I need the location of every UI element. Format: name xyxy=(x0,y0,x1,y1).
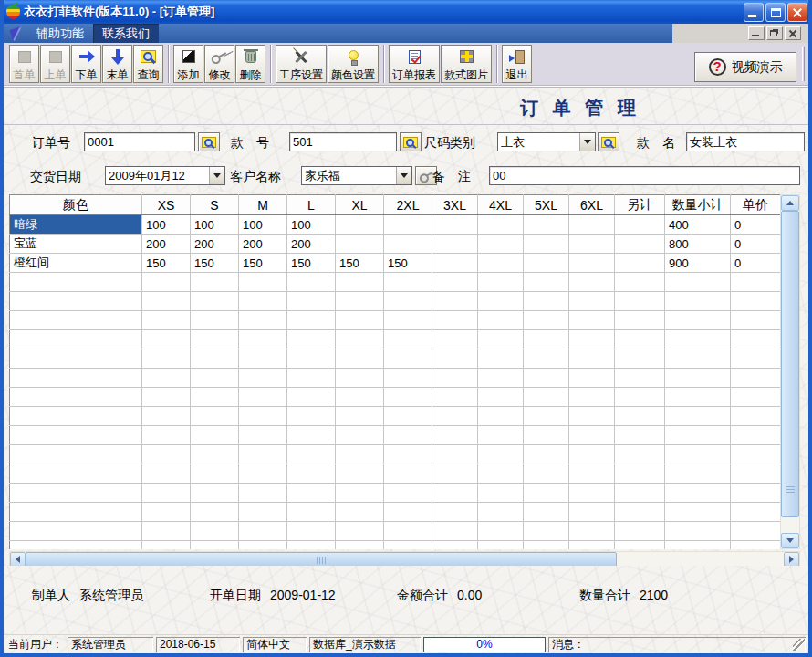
grid-cell[interactable] xyxy=(524,235,569,254)
grid-cell[interactable] xyxy=(287,464,336,484)
grid-cell[interactable]: 200 xyxy=(287,235,336,254)
grid-cell[interactable] xyxy=(432,484,478,503)
grid-cell[interactable] xyxy=(384,388,432,407)
grid-cell[interactable] xyxy=(731,369,781,388)
grid-cell[interactable] xyxy=(239,349,287,369)
grid-cell[interactable] xyxy=(191,292,239,311)
grid-cell[interactable] xyxy=(432,541,478,550)
resize-grip[interactable] xyxy=(793,639,805,651)
grid-cell[interactable] xyxy=(384,330,432,349)
grid-cell-color[interactable] xyxy=(10,388,142,407)
grid-cell-color[interactable]: 宝蓝 xyxy=(10,235,142,254)
grid-cell[interactable] xyxy=(615,541,665,550)
grid-cell[interactable]: 150 xyxy=(287,254,336,273)
grid-cell[interactable] xyxy=(239,464,287,484)
delivery-date-select[interactable]: 2009年01月12 xyxy=(105,166,225,185)
grid-cell[interactable] xyxy=(432,311,478,330)
size-type-lookup-button[interactable] xyxy=(598,132,619,151)
grid-cell[interactable] xyxy=(191,541,239,550)
grid-cell[interactable] xyxy=(569,349,615,369)
grid-cell[interactable] xyxy=(731,426,781,445)
exit-button[interactable]: 退出 xyxy=(502,45,532,83)
grid-cell[interactable] xyxy=(615,484,665,503)
grid-cell[interactable] xyxy=(665,426,731,445)
grid-cell[interactable] xyxy=(336,484,384,503)
grid-cell[interactable] xyxy=(731,273,781,292)
grid-cell[interactable] xyxy=(524,254,569,273)
modify-button[interactable]: 修改 xyxy=(204,45,234,83)
grid-cell[interactable] xyxy=(287,407,336,426)
grid-cell[interactable] xyxy=(336,235,384,254)
grid-cell[interactable] xyxy=(615,369,665,388)
grid-cell[interactable] xyxy=(478,426,524,445)
grid-cell[interactable] xyxy=(731,445,781,464)
grid-cell[interactable] xyxy=(432,522,478,541)
grid-cell[interactable] xyxy=(336,503,384,522)
grid-cell[interactable] xyxy=(142,522,191,541)
style-name-input[interactable] xyxy=(686,132,805,151)
grid-cell[interactable] xyxy=(384,273,432,292)
grid-cell[interactable] xyxy=(432,235,478,254)
grid-cell[interactable] xyxy=(478,369,524,388)
grid-cell[interactable] xyxy=(665,311,731,330)
grid-cell[interactable] xyxy=(287,311,336,330)
grid-cell-color[interactable] xyxy=(10,484,142,503)
grid-cell[interactable] xyxy=(432,369,478,388)
grid-cell[interactable]: 200 xyxy=(239,235,287,254)
grid-cell-color[interactable]: 暗绿 xyxy=(10,215,142,235)
next-order-button[interactable]: 下单 xyxy=(71,45,101,83)
grid-cell[interactable]: 100 xyxy=(142,215,191,235)
grid-cell[interactable] xyxy=(142,311,191,330)
delivery-date-dropdown-button[interactable] xyxy=(209,167,224,184)
delete-button[interactable]: 删除 xyxy=(235,45,265,83)
grid-cell[interactable] xyxy=(142,445,191,464)
order-no-lookup-button[interactable] xyxy=(198,132,220,151)
grid-cell[interactable] xyxy=(191,522,239,541)
grid-cell[interactable] xyxy=(665,445,731,464)
first-order-button[interactable]: 首单 xyxy=(9,45,39,83)
grid-cell[interactable] xyxy=(336,369,384,388)
grid-cell[interactable] xyxy=(191,330,239,349)
grid-cell[interactable] xyxy=(569,292,615,311)
grid-cell[interactable] xyxy=(142,388,191,407)
grid-cell[interactable] xyxy=(432,464,478,484)
grid-cell[interactable] xyxy=(191,388,239,407)
grid-cell[interactable] xyxy=(432,445,478,464)
grid-cell[interactable] xyxy=(478,541,524,550)
grid-cell[interactable] xyxy=(569,330,615,349)
grid-cell[interactable] xyxy=(478,273,524,292)
grid-cell[interactable] xyxy=(524,311,569,330)
grid-cell[interactable] xyxy=(384,235,432,254)
grid-cell[interactable] xyxy=(336,426,384,445)
grid-cell[interactable] xyxy=(336,215,384,235)
grid-cell[interactable] xyxy=(432,407,478,426)
grid-cell[interactable] xyxy=(731,484,781,503)
grid-cell[interactable] xyxy=(524,292,569,311)
customer-select[interactable]: 家乐福 xyxy=(301,166,412,185)
grid-cell[interactable]: 150 xyxy=(191,254,239,273)
grid-cell[interactable] xyxy=(191,445,239,464)
grid-cell[interactable] xyxy=(142,369,191,388)
grid-cell[interactable] xyxy=(384,426,432,445)
grid-cell[interactable] xyxy=(524,484,569,503)
grid-cell[interactable] xyxy=(239,273,287,292)
grid-cell[interactable] xyxy=(336,292,384,311)
grid-cell[interactable] xyxy=(239,426,287,445)
grid-cell[interactable] xyxy=(239,541,287,550)
grid-cell[interactable]: 0 xyxy=(731,254,781,273)
grid-cell[interactable] xyxy=(384,407,432,426)
grid-cell[interactable] xyxy=(239,388,287,407)
grid-cell[interactable] xyxy=(287,330,336,349)
grid-cell-color[interactable] xyxy=(10,445,142,464)
grid-cell[interactable] xyxy=(615,445,665,464)
grid-cell[interactable] xyxy=(615,311,665,330)
grid-cell[interactable] xyxy=(478,311,524,330)
grid-cell[interactable] xyxy=(569,445,615,464)
grid-cell[interactable] xyxy=(615,349,665,369)
grid-cell[interactable] xyxy=(384,484,432,503)
video-demo-button[interactable]: 视频演示 xyxy=(694,52,796,82)
grid-cell[interactable] xyxy=(239,522,287,541)
grid-cell[interactable] xyxy=(336,273,384,292)
grid-cell[interactable] xyxy=(478,407,524,426)
grid-cell[interactable] xyxy=(287,503,336,522)
